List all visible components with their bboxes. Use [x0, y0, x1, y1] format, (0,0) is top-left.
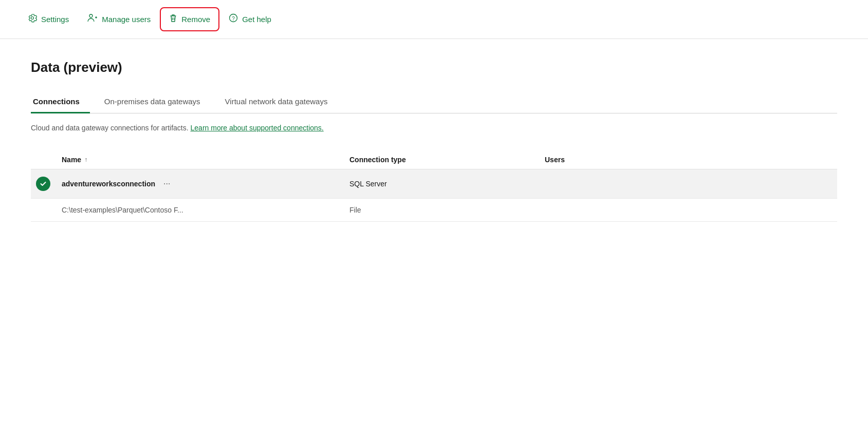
get-help-label: Get help — [242, 15, 271, 24]
column-header-icon — [31, 156, 62, 164]
column-header-users: Users — [545, 156, 648, 164]
table-header: Name ↑ Connection type Users — [31, 150, 837, 169]
row1-connection-type: SQL Server — [349, 180, 545, 188]
row1-name-cell: adventureworksconnection ··· — [62, 178, 349, 189]
svg-text:?: ? — [232, 16, 235, 22]
remove-icon — [169, 13, 177, 25]
learn-more-link[interactable]: Learn more about supported connections. — [191, 124, 324, 132]
settings-label: Settings — [41, 15, 69, 24]
remove-label: Remove — [181, 15, 210, 24]
connections-table: Name ↑ Connection type Users adventu — [31, 150, 837, 222]
manage-users-icon — [87, 13, 98, 25]
svg-point-0 — [89, 14, 93, 17]
settings-icon — [28, 13, 37, 25]
tab-virtual-network[interactable]: Virtual network data gateways — [223, 92, 338, 113]
table-row[interactable]: C:\test-examples\Parquet\Contoso F... Fi… — [31, 199, 837, 222]
get-help-button[interactable]: ? Get help — [221, 9, 279, 29]
row1-ellipsis-button[interactable]: ··· — [160, 178, 173, 189]
row2-connection-type: File — [349, 206, 545, 214]
tab-connections[interactable]: Connections — [31, 92, 90, 113]
column-header-connection-type: Connection type — [349, 156, 545, 164]
description-text: Cloud and data gateway connections for a… — [31, 124, 837, 132]
table-row[interactable]: adventureworksconnection ··· SQL Server — [31, 169, 837, 199]
manage-users-button[interactable]: Manage users — [80, 9, 158, 29]
status-icon-success — [36, 177, 50, 191]
get-help-icon: ? — [229, 13, 238, 25]
tab-on-premises[interactable]: On-premises data gateways — [102, 92, 211, 113]
main-content: Data (preview) Connections On-premises d… — [0, 39, 868, 242]
remove-button[interactable]: Remove — [162, 9, 217, 29]
column-header-extra — [648, 156, 837, 164]
row2-name-cell: C:\test-examples\Parquet\Contoso F... — [62, 206, 349, 214]
manage-users-label: Manage users — [102, 15, 151, 24]
tabs-container: Connections On-premises data gateways Vi… — [31, 92, 837, 113]
toolbar: Settings Manage users Remove ? — [0, 0, 868, 39]
row1-status-cell — [31, 177, 62, 191]
page-title: Data (preview) — [31, 60, 837, 75]
sort-asc-icon: ↑ — [84, 156, 87, 163]
column-header-name[interactable]: Name ↑ — [62, 156, 349, 164]
settings-button[interactable]: Settings — [21, 9, 76, 29]
